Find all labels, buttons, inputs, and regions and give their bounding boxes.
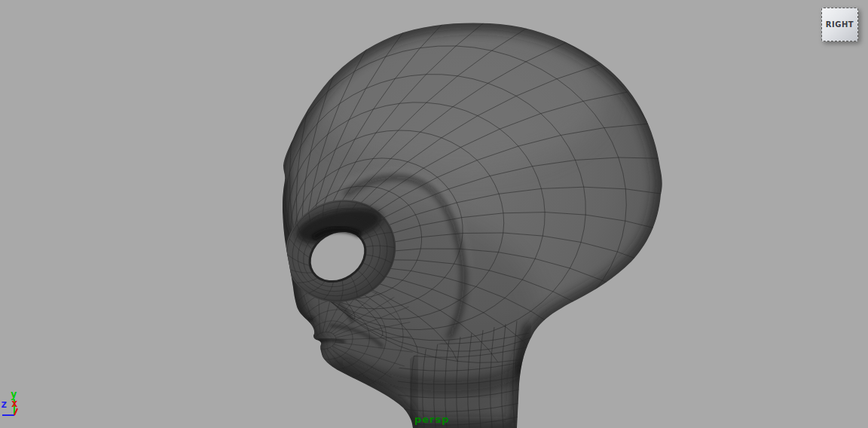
axis-orientation-gizmo: y z x (0, 386, 35, 428)
viewport-3d-panel: { "viewport": { "camera_label": "persp",… (0, 0, 868, 428)
view-axis-right-button[interactable]: RIGHT (821, 8, 858, 41)
z-axis-label: z (1, 398, 7, 410)
perspective-viewport[interactable] (0, 0, 868, 428)
camera-name-label: persp (414, 414, 450, 425)
x-axis-label: x (11, 397, 18, 409)
view-axis-right-label: RIGHT (826, 20, 854, 29)
